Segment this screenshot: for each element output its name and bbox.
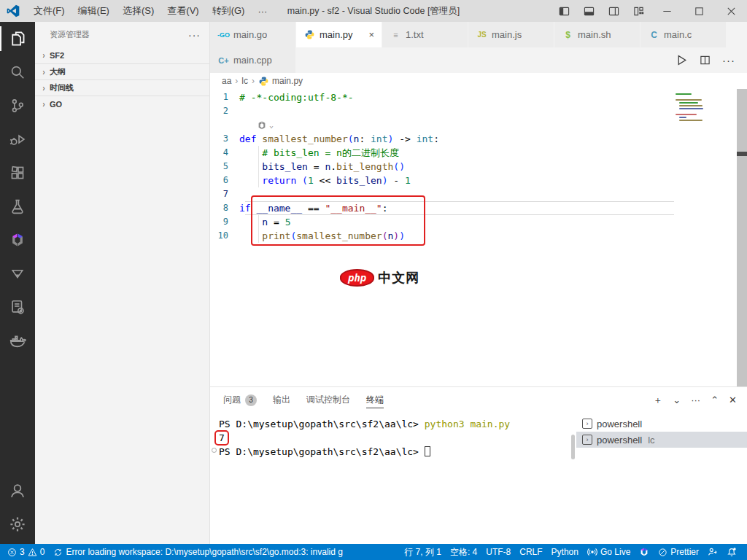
title-bar: 文件(F)编辑(E)选择(S)查看(V)转到(G)··· main.py - s…	[0, 0, 747, 22]
menu-6[interactable]: ···	[251, 0, 274, 22]
activity-account-icon[interactable]	[0, 474, 35, 508]
panel-more-button[interactable]: ···	[691, 394, 700, 405]
python-file-icon	[303, 29, 316, 40]
tab-main.c[interactable]: Cmain.c	[640, 22, 727, 47]
close-panel-button[interactable]: ✕	[729, 394, 737, 405]
code-line-9: 9 n = 5	[210, 215, 747, 229]
window-controls	[551, 0, 747, 22]
panel-header: 问题3输出调试控制台终端 ＋⌄···⌃✕	[210, 387, 747, 413]
editor-code-area[interactable]: 1# -*-coding:utf-8-*-2⌄3def smallest_num…	[210, 89, 747, 386]
menu-3[interactable]: 选择(S)	[116, 0, 160, 22]
terminal-scrollbar[interactable]	[571, 435, 575, 459]
command-decoration-icon[interactable]	[212, 448, 217, 453]
language-mode-status[interactable]: Python	[547, 544, 583, 560]
php-badge: php	[340, 269, 374, 287]
chevron-right-icon: ›	[39, 50, 49, 60]
close-button[interactable]	[715, 0, 747, 22]
line-number: 6	[210, 174, 239, 187]
chevron-right-icon: ›	[39, 83, 49, 93]
feedback-status[interactable]	[703, 544, 722, 560]
sidebar-section-大纲[interactable]: ›大纲	[35, 63, 209, 79]
breadcrumb-item-lc[interactable]: lc	[241, 76, 248, 86]
menu-1[interactable]: 文件(F)	[27, 0, 71, 22]
tabnine-inline-hint[interactable]: ⌄	[210, 118, 747, 132]
sync-icon	[53, 548, 63, 557]
tab-main.cpp[interactable]: C+main.cpp	[210, 47, 296, 73]
layout-panel-button[interactable]	[576, 0, 601, 22]
tab-main.sh[interactable]: $main.sh	[554, 22, 640, 47]
tab-main.go[interactable]: -GOmain.go	[210, 22, 296, 47]
activity-extensions-icon[interactable]	[0, 156, 35, 190]
encoding-status[interactable]: UTF-8	[481, 544, 515, 560]
activity-triangle-icon[interactable]	[0, 257, 35, 290]
editor-scrollbar[interactable]	[737, 89, 747, 386]
minimize-button[interactable]	[651, 0, 683, 22]
tab-close-icon[interactable]: ×	[367, 29, 376, 40]
tabnine-icon	[639, 547, 649, 557]
panel-tab-终端[interactable]: 终端	[366, 387, 384, 413]
sidebar-more-button[interactable]: ···	[188, 29, 201, 41]
panel-tab-输出[interactable]: 输出	[273, 387, 290, 413]
indentation-status[interactable]: 空格: 4	[446, 544, 481, 560]
split-editor-button[interactable]	[700, 55, 711, 66]
activity-docker-icon[interactable]	[0, 324, 35, 357]
activity-explorer-icon[interactable]	[0, 22, 35, 55]
minimap-line	[679, 117, 686, 118]
breadcrumb-item-aa[interactable]: aa	[222, 76, 231, 86]
scrollbar-cursor-marker	[737, 152, 747, 156]
activity-settings-icon[interactable]	[0, 508, 35, 541]
code-line-6: 6 return (1 << bits_len) - 1	[210, 174, 747, 187]
sidebar-section-sf2[interactable]: ›SF2	[35, 47, 209, 63]
tabnine-status[interactable]	[635, 544, 654, 560]
eol-status[interactable]: CRLF	[515, 544, 546, 560]
prettier-status[interactable]: Prettier	[654, 544, 703, 560]
breadcrumb-item-main.py[interactable]: main.py	[272, 76, 303, 86]
workspace-error-status[interactable]: Error loading workspace: D:\mysetup\gopa…	[49, 544, 347, 560]
tab-main.js[interactable]: JSmain.js	[468, 22, 554, 47]
problems-status[interactable]: 3 0	[3, 544, 49, 560]
panel-tab-问题[interactable]: 问题3	[223, 387, 257, 413]
line-number: 3	[210, 132, 239, 146]
layout-custom-button[interactable]	[626, 0, 651, 22]
terminal-instance-powershell[interactable]: ›powershell	[576, 416, 747, 432]
tab-1.txt[interactable]: ≡1.txt	[382, 22, 468, 47]
terminal-icon: ›	[582, 419, 592, 429]
activity-tabnine-icon[interactable]	[0, 223, 35, 257]
activity-code-doc-icon[interactable]	[0, 290, 35, 324]
terminal-instance-powershell-lc[interactable]: ›powershelllc	[576, 432, 747, 448]
run-button[interactable]	[676, 54, 688, 66]
cpp-file-icon: C+	[217, 56, 230, 65]
sidebar-section-时间线[interactable]: ›时间线	[35, 79, 209, 96]
maximize-panel-button[interactable]: ⌃	[711, 394, 719, 405]
menu-2[interactable]: 编辑(E)	[71, 0, 116, 22]
tab-main.py[interactable]: main.py×	[296, 22, 382, 47]
bell-icon	[727, 547, 737, 557]
go-file-icon: -GO	[217, 31, 230, 39]
line-number: 5	[210, 160, 239, 174]
cursor-position-status[interactable]: 行 7, 列 1	[400, 544, 446, 560]
menu-4[interactable]: 查看(V)	[160, 0, 205, 22]
sidebar-section-go[interactable]: ›GO	[35, 96, 209, 112]
line-number: 9	[210, 215, 239, 229]
menu-5[interactable]: 转到(G)	[206, 0, 252, 22]
go-live-status[interactable]: Go Live	[583, 544, 635, 560]
panel-tab-调试控制台[interactable]: 调试控制台	[306, 387, 350, 413]
explorer-sidebar: 资源管理器 ··· ›SF2›大纲›时间线›GO	[35, 22, 210, 544]
activity-testing-icon[interactable]	[0, 190, 35, 223]
activity-search-icon[interactable]	[0, 55, 35, 89]
maximize-button[interactable]	[683, 0, 715, 22]
code-line-10: 10 print(smallest_number(n))	[210, 229, 747, 243]
notifications-bell[interactable]	[722, 544, 741, 560]
layout-sidebar-right-button[interactable]	[601, 0, 626, 22]
layout-sidebar-button[interactable]	[551, 0, 576, 22]
activity-run-debug-icon[interactable]	[0, 122, 35, 156]
sidebar-title: 资源管理器	[50, 29, 90, 40]
activity-source-control-icon[interactable]	[0, 89, 35, 122]
terminal-dropdown-button[interactable]: ⌄	[673, 394, 681, 405]
terminal-icon: ›	[582, 435, 592, 445]
new-terminal-button[interactable]: ＋	[653, 394, 662, 407]
code-line-1: 1# -*-coding:utf-8-*-	[210, 90, 747, 104]
breadcrumb[interactable]: aa›lc›main.py	[210, 73, 747, 89]
editor-more-actions[interactable]: ···	[722, 54, 735, 66]
terminal-output[interactable]: PS D:\mysetup\gopath\src\sf2\aa\lc> pyth…	[210, 413, 576, 544]
